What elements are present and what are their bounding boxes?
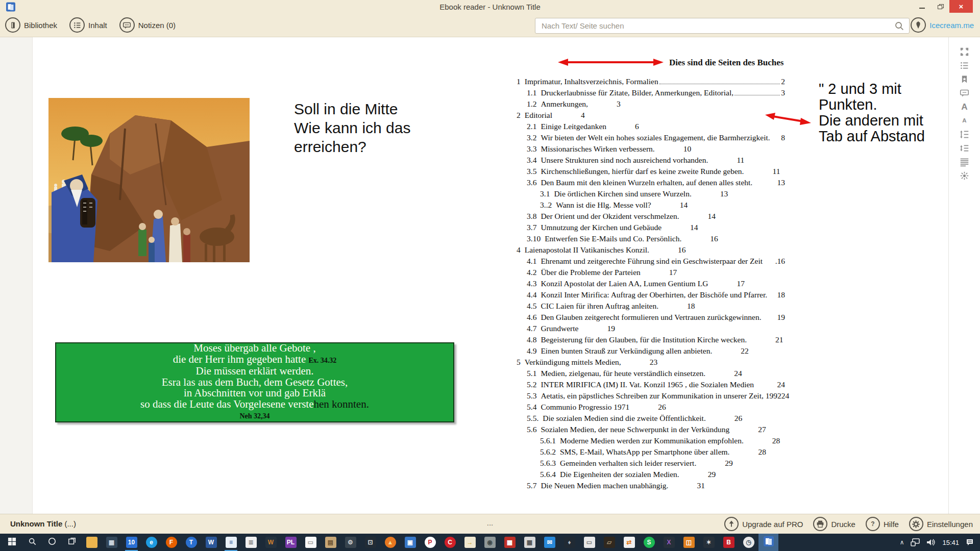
w-strokes-icon[interactable]: W — [261, 534, 281, 551]
pinterest-icon[interactable]: P — [420, 534, 440, 551]
search-icon[interactable] — [894, 21, 904, 31]
toc-entry-page: 2 — [781, 77, 785, 86]
export-file-icon[interactable]: → — [460, 534, 480, 551]
c-browser-icon[interactable]: C — [440, 534, 460, 551]
bitdefender-icon[interactable]: B — [719, 534, 739, 551]
microphone-icon[interactable]: ♦ — [559, 534, 579, 551]
red-grid-icon[interactable]: ▦ — [500, 534, 520, 551]
toc-entry-number: 4 — [517, 245, 521, 255]
toc-row: 3.3Missionarisches Wirken verbessern.10 — [517, 144, 785, 156]
status-button-hilfe[interactable]: ?Hilfe — [866, 517, 899, 531]
firefox-icon[interactable]: F — [161, 534, 181, 551]
flame-icon[interactable]: ▲ — [380, 534, 400, 551]
restore-button[interactable] — [931, 0, 949, 13]
toc-entry-page: 24 — [734, 369, 742, 378]
store-icon[interactable]: ▦ — [102, 534, 121, 551]
bookmark-icon[interactable] — [958, 73, 971, 85]
toolbar-button-inhalt[interactable]: Inhalt — [69, 17, 107, 33]
notifications-icon[interactable] — [966, 538, 974, 546]
file-explorer-icon[interactable] — [82, 534, 102, 551]
toc-entry-title: Kirchenschließungen, hierfür darf es kei… — [541, 167, 744, 176]
clipboard-icon[interactable]: ▤ — [321, 534, 340, 551]
toc-entry-number: 3.10 — [527, 234, 541, 243]
start-icon[interactable] — [2, 534, 22, 551]
toc-entry-title: Einige Leitgedanken — [541, 122, 606, 131]
toc-row: 3.2Wir bieten der Welt ein hohes soziale… — [517, 133, 785, 144]
toc-entry-number: 3.8 — [527, 212, 536, 221]
status-button-drucke[interactable]: Drucke — [813, 517, 855, 531]
green-box-text: Neh 32,34 — [239, 412, 270, 420]
visual-studio-icon-glyph: X — [664, 537, 675, 548]
visual-studio-icon[interactable]: X — [659, 534, 679, 551]
photos-icon[interactable]: ▣ — [400, 534, 420, 551]
toolbar-button-bibliothek[interactable]: Bibliothek — [5, 17, 57, 33]
backup-app-icon[interactable]: 10 — [121, 534, 141, 551]
green-box-line: Moses übergab alle Gebote , — [56, 343, 453, 354]
pl-app-icon[interactable]: PL — [281, 534, 301, 551]
center-annotation-line: erreichen? — [294, 137, 410, 156]
toc-entry-page: 23 — [650, 358, 658, 367]
toc-row: 2Editorial4 — [517, 111, 785, 122]
brightness-icon[interactable] — [958, 169, 971, 182]
note-icon[interactable] — [958, 87, 971, 99]
linespacing-decrease-icon[interactable] — [958, 142, 971, 154]
green-box-line: Die müssen erklärt werden. — [56, 366, 453, 377]
writer-doc-icon-glyph: ≡ — [226, 537, 237, 548]
settings-gear-icon[interactable]: ⚙ — [340, 534, 360, 551]
file-explorer-icon-glyph — [86, 537, 97, 548]
toc-entry-page: 29 — [725, 459, 733, 468]
task-view-icon[interactable] — [62, 534, 82, 551]
fullscreen-icon[interactable] — [958, 45, 971, 58]
icecream-me-link[interactable]: Icecream.me — [911, 17, 974, 33]
close-button[interactable]: × — [949, 0, 973, 13]
toc-row: 4.4Konzil Inter Mirifica: Auftrag der Ob… — [517, 290, 785, 302]
calculator-icon[interactable]: ▦ — [520, 534, 540, 551]
status-button-einstellungen[interactable]: Einstellungen — [909, 517, 973, 531]
magic-wand-icon[interactable]: ✶ — [699, 534, 719, 551]
toc-entry-page: 11 — [772, 167, 780, 176]
thunderbird-icon[interactable]: T — [181, 534, 201, 551]
exchange-icon[interactable]: ⇄ — [619, 534, 639, 551]
toc-entry-number: 5.4 — [527, 403, 536, 412]
document-icon[interactable]: ▭ — [301, 534, 321, 551]
volume-icon[interactable] — [926, 538, 936, 546]
toc-icon[interactable] — [958, 59, 971, 71]
edge-icon[interactable]: e — [141, 534, 161, 551]
clock-icon[interactable]: ◷ — [739, 534, 758, 551]
clock-time[interactable]: 15:41 — [942, 539, 959, 546]
toc-row: 4.3Konzil Apostolat der Laien AA, Lumen … — [517, 279, 785, 290]
toc-entry-page: 17 — [737, 279, 745, 288]
toc-row: 3.7Umnutzung der Kirchen und Gebäude14 — [517, 223, 785, 234]
moses-painting-image — [48, 98, 250, 262]
tray-expand-icon[interactable]: ∧ — [900, 539, 904, 546]
firefox-icon-glyph: F — [166, 537, 177, 548]
toc-entry-page: 17 — [669, 268, 677, 277]
writer-doc-icon[interactable]: ≡ — [221, 534, 241, 551]
network-icon[interactable] — [911, 538, 920, 546]
mail-icon[interactable]: ✉ — [540, 534, 559, 551]
notepad-icon-glyph: ≣ — [246, 537, 257, 548]
toc-entry-title: Ehrenamt und zeitgerechte Führung sind e… — [541, 257, 763, 266]
toolbar-button-notizen[interactable]: Notizen (0) — [119, 17, 176, 33]
single-page-icon[interactable] — [958, 156, 971, 168]
right-annotation-line: Tab auf Abstand — [819, 129, 925, 144]
wallet-icon[interactable]: ▱ — [599, 534, 619, 551]
spotify-icon[interactable]: S — [639, 534, 659, 551]
cortana-icon[interactable] — [42, 534, 62, 551]
toc-entry-number: 3.3 — [527, 144, 536, 154]
ebook-reader-icon[interactable] — [758, 534, 778, 551]
font-increase-icon[interactable]: A — [958, 101, 971, 113]
search-input[interactable] — [535, 18, 910, 34]
toc-entry-number: 4.5 — [527, 302, 536, 311]
search-icon[interactable] — [22, 534, 42, 551]
scanner-icon[interactable]: ▭ — [579, 534, 599, 551]
word-icon[interactable]: W — [201, 534, 221, 551]
orange-box-icon[interactable]: ◫ — [679, 534, 699, 551]
status-button-upgrade[interactable]: Upgrade auf PRO — [724, 517, 803, 531]
camera-icon[interactable]: ◉ — [480, 534, 500, 551]
font-decrease-icon[interactable]: A — [958, 114, 971, 127]
minimize-button[interactable] — [913, 0, 931, 13]
notepad-icon[interactable]: ≣ — [241, 534, 261, 551]
terminal-icon[interactable]: ⊡ — [360, 534, 380, 551]
linespacing-increase-icon[interactable] — [958, 128, 971, 140]
